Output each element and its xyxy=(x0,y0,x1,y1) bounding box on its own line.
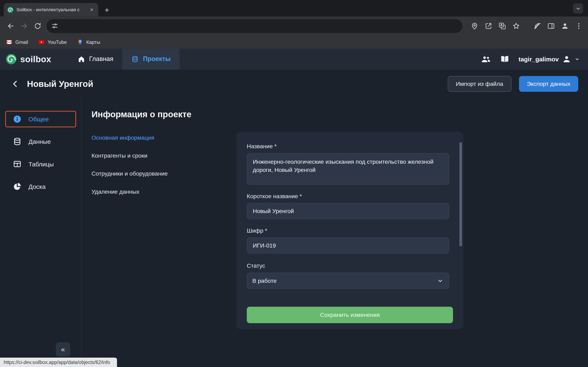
soilbox-logo[interactable]: soilbox xyxy=(0,54,59,65)
tab-search-chevron-icon[interactable] xyxy=(573,3,583,14)
bookmarks-bar: Gmail YouTube Карты xyxy=(0,35,588,49)
sidebar-item-data[interactable]: Данные xyxy=(0,133,81,150)
nav-item-home[interactable]: Главная xyxy=(68,49,122,70)
table-grid-icon xyxy=(13,159,22,168)
database-icon xyxy=(131,55,139,63)
sidebar-item-general[interactable]: Общее xyxy=(5,111,76,127)
tab-close-icon[interactable]: × xyxy=(88,7,95,13)
status-label: Статус xyxy=(247,263,453,269)
translate-icon[interactable] xyxy=(497,20,508,31)
sidebar-item-label: Общее xyxy=(29,116,49,123)
page-actions: Импорт из файла Экспорт данных xyxy=(448,76,578,92)
bookmark-gmail[interactable]: Gmail xyxy=(6,39,28,45)
export-button[interactable]: Экспорт данных xyxy=(519,76,579,92)
project-info-section: Информация о проекте Основная информация… xyxy=(82,98,588,367)
card-scrollbar-thumb[interactable] xyxy=(459,142,462,247)
nav-item-projects[interactable]: Проекты xyxy=(122,49,180,70)
bookmark-youtube[interactable]: YouTube xyxy=(38,39,67,45)
reload-icon[interactable] xyxy=(31,19,44,33)
bookmark-label: Карты xyxy=(86,39,100,45)
user-avatar-icon xyxy=(562,55,571,64)
profile-avatar-icon[interactable] xyxy=(559,20,571,31)
browser-tab[interactable]: Soilbox - интеллектуальная с × xyxy=(4,3,98,17)
home-icon xyxy=(78,55,85,63)
tune-icon[interactable] xyxy=(51,22,59,30)
project-info-card: Название * Инженерно-геологические изыск… xyxy=(236,132,463,329)
pie-chart-icon xyxy=(13,182,22,191)
code-label: Шифр * xyxy=(247,227,453,234)
bookmark-star-icon[interactable] xyxy=(510,20,522,31)
import-button[interactable]: Импорт из файла xyxy=(448,76,511,92)
main-nav: Главная Проекты xyxy=(68,49,180,70)
database-icon xyxy=(13,137,22,146)
name-textarea[interactable]: Инженерно-геологические изыскания под ст… xyxy=(247,153,449,184)
sidebar-item-label: Таблицы xyxy=(29,160,54,167)
location-pin-icon[interactable] xyxy=(469,20,480,31)
page-title: Новый Уренгой xyxy=(27,79,93,89)
soilbox-favicon-icon xyxy=(7,7,13,13)
app-header: soilbox Главная Проекты xyxy=(0,49,588,70)
performance-leaf-icon[interactable] xyxy=(531,20,543,31)
chevron-down-icon xyxy=(575,57,580,62)
username: tagir_galimov xyxy=(519,56,559,63)
toolbar-actions xyxy=(466,20,584,31)
bookmark-label: YouTube xyxy=(48,39,67,45)
nav-label: Главная xyxy=(89,55,113,63)
short-name-input[interactable] xyxy=(247,203,449,219)
status-url-bubble: https://ci-dev.soilbox.app/app/data/obje… xyxy=(0,358,117,367)
address-bar[interactable] xyxy=(47,19,462,33)
sidebar-item-label: Доска xyxy=(29,183,46,190)
gmail-icon xyxy=(6,39,12,45)
logo-text: soilbox xyxy=(20,54,51,64)
project-sidebar: Общее Данные Таблицы Доска « xyxy=(0,98,82,367)
code-input[interactable] xyxy=(247,237,449,253)
back-icon[interactable] xyxy=(4,19,17,33)
tab-title: Soilbox - интеллектуальная с xyxy=(17,7,86,12)
side-panel-icon[interactable] xyxy=(545,20,557,31)
chevron-down-icon xyxy=(437,277,444,284)
sidebar-item-label: Данные xyxy=(29,138,51,145)
header-actions: tagir_galimov xyxy=(481,54,588,64)
youtube-icon xyxy=(38,39,44,45)
short-name-label: Короткое название * xyxy=(247,193,453,200)
browser-menu-kebab-icon[interactable] xyxy=(573,20,584,31)
section-title: Информация о проекте xyxy=(91,109,588,119)
page-header: Новый Уренгой Импорт из файла Экспорт да… xyxy=(0,70,588,98)
soilbox-logo-icon xyxy=(6,54,17,65)
sidebar-item-board[interactable]: Доска xyxy=(0,178,81,195)
sidebar-collapse-button[interactable]: « xyxy=(56,342,70,357)
info-icon xyxy=(13,115,22,124)
new-tab-button[interactable]: + xyxy=(101,4,112,16)
browser-window: Soilbox - интеллектуальная с × + xyxy=(0,0,588,367)
forward-icon[interactable] xyxy=(17,19,31,33)
sidebar-item-tables[interactable]: Таблицы xyxy=(0,156,81,172)
maps-pin-icon xyxy=(77,39,83,45)
back-button[interactable] xyxy=(10,78,21,90)
bookmark-maps[interactable]: Карты xyxy=(77,39,100,45)
nav-label: Проекты xyxy=(143,55,171,63)
save-button[interactable]: Сохранить изменения xyxy=(247,307,453,323)
status-select[interactable]: В работе xyxy=(247,273,449,289)
browser-toolbar xyxy=(0,17,588,35)
open-in-new-icon[interactable] xyxy=(483,20,494,31)
tab-strip: Soilbox - интеллектуальная с × + xyxy=(0,0,588,17)
status-value: В работе xyxy=(252,277,277,284)
docs-book-icon[interactable] xyxy=(500,54,510,64)
users-icon[interactable] xyxy=(481,54,491,64)
account-menu[interactable]: tagir_galimov xyxy=(519,55,580,64)
name-label: Название * xyxy=(247,143,453,150)
content-area: Общее Данные Таблицы Доска « xyxy=(0,98,588,367)
bookmark-label: Gmail xyxy=(15,39,28,45)
